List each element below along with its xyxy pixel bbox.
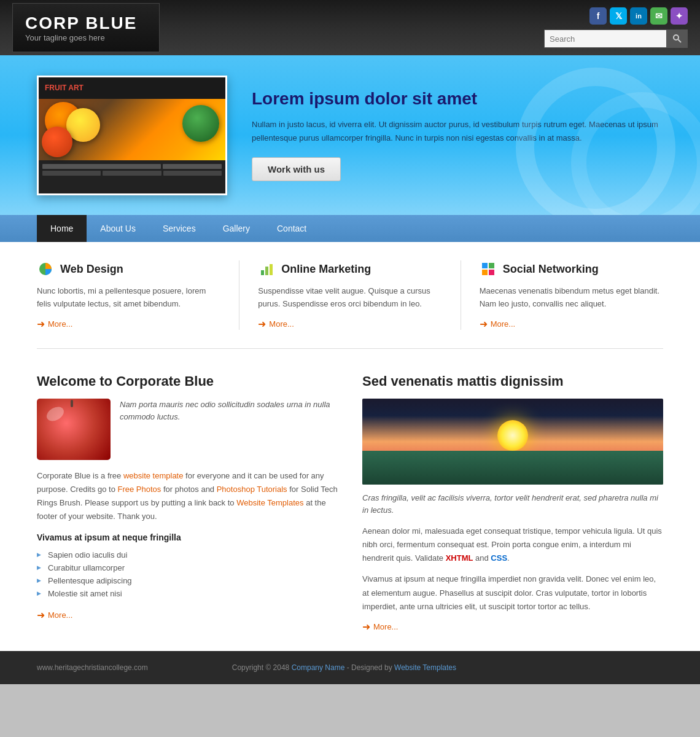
facebook-icon[interactable]: f xyxy=(589,7,607,25)
web-design-icon xyxy=(37,260,54,278)
nav-home[interactable]: Home xyxy=(37,215,87,242)
footer-center: Copyright © 2048 Company Name - Designed… xyxy=(232,663,456,672)
search-input[interactable] xyxy=(544,29,667,48)
nav-services[interactable]: Services xyxy=(149,215,209,242)
col-marketing: Online Marketing Suspendisse vitae velit… xyxy=(258,260,461,330)
nav-about[interactable]: About Us xyxy=(87,215,149,242)
right-text1: Aenean dolor mi, malesuada eget consequa… xyxy=(362,524,663,565)
col-social-text: Maecenas venenatis bibendum metus eget b… xyxy=(480,285,663,311)
search-button[interactable] xyxy=(667,29,688,48)
arrow-icon: ➜ xyxy=(37,318,45,330)
photoshop-tutorials-link[interactable]: Photoshop Tutorials xyxy=(217,485,287,494)
apple-stem xyxy=(71,400,73,407)
col-web-design-text: Nunc lobortis, mi a pellentesque posuere… xyxy=(37,285,220,311)
main-navigation: Home About Us Services Gallery Contact xyxy=(0,215,700,242)
fruit-label: FRUIT ART xyxy=(45,84,84,92)
apple-highlight xyxy=(44,404,66,423)
rss-icon[interactable]: ✦ xyxy=(671,7,688,25)
hero-nav: FRUIT ART xyxy=(39,77,225,99)
arrow-icon: ➜ xyxy=(480,318,488,330)
search-bar xyxy=(544,29,688,48)
free-photos-link[interactable]: Free Photos xyxy=(118,485,161,494)
css-link[interactable]: CSS xyxy=(491,553,507,563)
design-link[interactable]: Website Templates xyxy=(394,663,456,672)
col-social-heading: Social Networking xyxy=(480,260,663,278)
sunset-reflection xyxy=(362,451,663,485)
welcome-heading: Welcome to Corporate Blue xyxy=(37,373,338,389)
arrow-icon: ➜ xyxy=(258,318,266,330)
web-design-more-link[interactable]: ➜ More... xyxy=(37,318,220,330)
svg-rect-7 xyxy=(489,263,494,268)
company-name-link[interactable]: Company Name xyxy=(292,663,345,672)
col-social: Social Networking Maecenas venenatis bib… xyxy=(480,260,663,330)
nav-gallery[interactable]: Gallery xyxy=(209,215,263,242)
three-columns: Web Design Nunc lobortis, mi a pellentes… xyxy=(37,260,663,349)
social-more-link[interactable]: ➜ More... xyxy=(480,318,663,330)
hero: FRUIT ART Lorem ipsum dolor sit amet Nul… xyxy=(0,55,700,215)
hero-description: Nullam in justo lacus, id viverra elit. … xyxy=(252,118,663,145)
sunset-image xyxy=(362,399,663,485)
svg-rect-3 xyxy=(261,270,264,275)
website-template-link[interactable]: website template xyxy=(123,471,184,480)
nav-contact[interactable]: Contact xyxy=(263,215,320,242)
social-icons: f 𝕏 in ✉ ✦ xyxy=(589,7,688,25)
hero-image: FRUIT ART xyxy=(37,76,227,195)
hero-heading: Lorem ipsum dolor sit amet xyxy=(252,89,663,109)
bullet-list: Sapien odio iaculis dui Curabitur ullamc… xyxy=(37,548,338,600)
fruit-lime xyxy=(182,105,219,142)
header: CORP BLUE Your tagline goes here f 𝕏 in … xyxy=(0,0,700,55)
apple-image xyxy=(37,399,111,460)
svg-point-0 xyxy=(674,35,679,40)
main-content: Web Design Nunc lobortis, mi a pellentes… xyxy=(0,242,700,651)
svg-rect-9 xyxy=(489,270,494,275)
logo-tagline: Your tagline goes here xyxy=(25,33,147,42)
hero-text: Lorem ipsum dolor sit amet Nullam in jus… xyxy=(252,89,663,181)
hero-bottom xyxy=(39,160,225,194)
hero-main-image xyxy=(39,99,225,160)
marketing-more-link[interactable]: ➜ More... xyxy=(258,318,441,330)
arrow-icon: ➜ xyxy=(362,621,370,633)
website-templates-link[interactable]: Website Templates xyxy=(236,498,303,507)
svg-rect-5 xyxy=(270,264,273,275)
fruit-tomato xyxy=(42,127,72,157)
work-with-us-button[interactable]: Work with us xyxy=(252,157,341,181)
welcome-inner: Nam porta mauris nec odio sollicitudin s… xyxy=(37,399,338,460)
header-right: f 𝕏 in ✉ ✦ xyxy=(544,7,688,48)
col-marketing-text: Suspendisse vitae velit augue. Quisque a… xyxy=(258,285,441,311)
col-web-design-heading: Web Design xyxy=(37,260,220,278)
right-section: Sed venenatis mattis dignissim Cras frin… xyxy=(362,373,663,633)
col-marketing-heading: Online Marketing xyxy=(258,260,441,278)
logo-area: CORP BLUE Your tagline goes here xyxy=(12,3,160,52)
twitter-icon[interactable]: 𝕏 xyxy=(610,7,627,25)
xhtml-link[interactable]: XHTML xyxy=(446,553,473,563)
welcome-text: Corporate Blue is a free website templat… xyxy=(37,469,338,523)
svg-rect-8 xyxy=(482,270,488,275)
welcome-quote: Nam porta mauris nec odio sollicitudin s… xyxy=(120,399,338,460)
welcome-more-link[interactable]: ➜ More... xyxy=(37,609,338,621)
welcome-section: Welcome to Corporate Blue Nam porta maur… xyxy=(37,373,338,633)
list-item: Curabitur ullamcorper xyxy=(37,561,338,574)
svg-rect-6 xyxy=(482,263,488,268)
svg-rect-4 xyxy=(265,267,268,275)
svg-line-1 xyxy=(679,40,682,43)
logo-title: CORP BLUE xyxy=(25,14,147,33)
two-columns: Welcome to Corporate Blue Nam porta maur… xyxy=(37,367,663,633)
search-icon xyxy=(672,34,682,44)
message-icon[interactable]: ✉ xyxy=(650,7,667,25)
footer-left: www.heritagechristiancollege.com xyxy=(37,663,148,672)
right-heading: Sed venenatis mattis dignissim xyxy=(362,373,663,389)
social-network-icon xyxy=(480,260,497,278)
list-item: Sapien odio iaculis dui xyxy=(37,548,338,561)
arrow-icon: ➜ xyxy=(37,609,45,621)
col-web-design: Web Design Nunc lobortis, mi a pellentes… xyxy=(37,260,239,330)
right-more-link[interactable]: ➜ More... xyxy=(362,621,663,633)
footer: www.heritagechristiancollege.com Copyrig… xyxy=(0,651,700,684)
linkedin-icon[interactable]: in xyxy=(630,7,647,25)
right-text2: Vivamus at ipsum at neque fringilla impe… xyxy=(362,572,663,613)
list-item: Molestie sit amet nisi xyxy=(37,587,338,600)
sunset-sun xyxy=(497,420,528,451)
marketing-icon xyxy=(258,260,275,278)
list-item: Pellentesque adipiscing xyxy=(37,574,338,587)
welcome-subheading: Vivamus at ipsum at neque fringilla xyxy=(37,532,338,542)
right-italic: Cras fringilla, velit ac facilisis viver… xyxy=(362,492,663,518)
